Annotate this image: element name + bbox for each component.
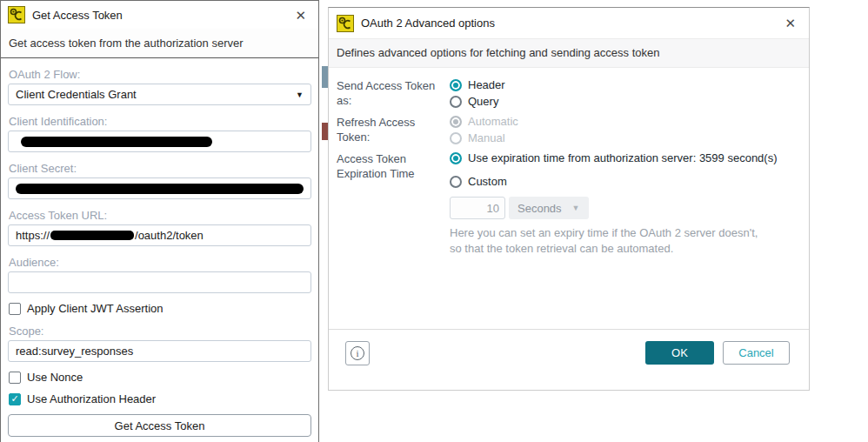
scope-label: Scope:	[9, 325, 310, 338]
left-dialog-titlebar: Get Access Token ✕	[1, 1, 318, 29]
oauth2-advanced-options-dialog: OAuth 2 Advanced options ✕ Defines advan…	[328, 7, 810, 391]
send-token-query-label: Query	[468, 94, 498, 109]
refresh-manual-label: Manual	[468, 131, 505, 145]
expiration-time-label: Access Token Expiration Time	[337, 151, 450, 257]
right-dialog-title: OAuth 2 Advanced options	[361, 17, 495, 30]
chevron-down-icon: ▼	[572, 204, 580, 212]
radio-selected-icon	[450, 79, 462, 91]
custom-unit-value: Seconds	[517, 202, 562, 215]
send-token-header-label: Header	[468, 77, 505, 92]
chevron-down-icon: ▼	[296, 90, 304, 99]
custom-expiration-controls: Seconds ▼	[450, 197, 778, 219]
token-url-suffix: /oauth2/token	[135, 229, 204, 242]
right-dialog-body: Send Access Token as: Header Query Refre…	[329, 68, 809, 257]
redacted-token-url-host	[50, 231, 134, 240]
screen: Get Access Token ✕ Get access token from…	[0, 0, 868, 442]
token-url-prefix: https://	[16, 229, 50, 242]
left-dialog-title: Get Access Token	[32, 9, 123, 22]
checkbox-checked-icon: ✓	[9, 393, 21, 405]
left-dialog-subtitle: Get access token from the authorization …	[1, 29, 318, 58]
refresh-automatic-radio: Automatic	[450, 114, 518, 129]
server-expiration-label: Use expiration time from authorization s…	[468, 151, 778, 165]
client-secret-input[interactable]	[8, 177, 311, 199]
oauth2-flow-select[interactable]: Client Credentials Grant ▼	[8, 84, 311, 105]
get-access-token-button[interactable]: Get Access Token	[8, 414, 311, 437]
custom-seconds-input[interactable]	[450, 197, 505, 219]
apply-jwt-checkbox-label: Apply Client JWT Assertion	[27, 302, 164, 315]
client-id-label: Client Identification:	[9, 115, 310, 128]
server-expiration-radio[interactable]: Use expiration time from authorization s…	[450, 151, 778, 165]
use-nonce-checkbox[interactable]: Use Nonce	[9, 371, 310, 384]
info-icon: i	[351, 346, 364, 360]
redacted-client-secret	[16, 184, 304, 194]
send-token-row: Send Access Token as: Header Query	[337, 77, 801, 109]
refresh-automatic-label: Automatic	[468, 114, 518, 129]
close-icon[interactable]: ✕	[290, 7, 311, 23]
close-icon[interactable]: ✕	[779, 15, 801, 31]
info-button[interactable]: i	[345, 341, 370, 365]
left-dialog-body: OAuth 2 Flow: Client Credentials Grant ▼…	[1, 68, 318, 442]
audience-label: Audience:	[9, 256, 310, 269]
ok-button[interactable]: OK	[645, 341, 714, 365]
cancel-button[interactable]: Cancel	[723, 341, 790, 365]
background-window-fragment	[322, 123, 328, 140]
send-token-header-radio[interactable]: Header	[450, 77, 505, 92]
redacted-client-id	[21, 137, 212, 147]
right-dialog-titlebar: OAuth 2 Advanced options ✕	[329, 8, 809, 38]
readyapi-logo-icon	[8, 6, 25, 23]
expiration-time-row: Access Token Expiration Time Use expirat…	[337, 151, 801, 257]
radio-disabled-selected-icon	[450, 116, 462, 128]
info-glyph: i	[356, 348, 358, 358]
radio-unselected-icon	[450, 176, 462, 188]
help-line-1: Here you can set an expiry time if the O…	[450, 225, 778, 241]
use-nonce-checkbox-label: Use Nonce	[27, 371, 83, 384]
radio-unselected-icon	[450, 96, 462, 108]
help-line-2: so that the token retrieval can be autom…	[450, 241, 778, 257]
use-auth-header-checkbox-label: Use Authorization Header	[27, 392, 156, 405]
custom-unit-select[interactable]: Seconds ▼	[509, 197, 589, 219]
custom-expiration-radio[interactable]: Custom	[450, 174, 778, 189]
scope-input[interactable]	[8, 340, 311, 362]
refresh-manual-radio: Manual	[450, 131, 518, 145]
send-token-label: Send Access Token as:	[337, 77, 450, 109]
get-access-token-dialog: Get Access Token ✕ Get access token from…	[0, 0, 319, 442]
expiration-help-text: Here you can set an expiry time if the O…	[450, 225, 778, 257]
oauth2-flow-value: Client Credentials Grant	[16, 88, 137, 101]
use-auth-header-checkbox[interactable]: ✓ Use Authorization Header	[9, 392, 310, 405]
send-token-query-radio[interactable]: Query	[450, 94, 505, 109]
readyapi-logo-icon	[337, 15, 354, 32]
right-dialog-subtitle: Defines advanced options for fetching an…	[329, 38, 809, 68]
custom-expiration-label: Custom	[468, 174, 507, 189]
client-id-input[interactable]	[8, 131, 311, 152]
access-token-url-label: Access Token URL:	[9, 209, 310, 222]
checkbox-unchecked-icon	[9, 303, 21, 315]
refresh-token-row: Refresh Access Token: Automatic Manual	[337, 114, 801, 145]
checkmark-icon: ✓	[10, 394, 18, 404]
refresh-token-label: Refresh Access Token:	[337, 114, 450, 145]
radio-disabled-unselected-icon	[450, 132, 462, 144]
radio-selected-icon	[450, 152, 462, 164]
right-dialog-footer: i OK Cancel	[329, 329, 809, 390]
background-window-fragment	[322, 66, 328, 88]
access-token-url-input[interactable]: https:// /oauth2/token	[8, 224, 311, 246]
checkbox-unchecked-icon	[9, 372, 21, 384]
audience-input[interactable]	[8, 271, 311, 293]
apply-jwt-checkbox[interactable]: Apply Client JWT Assertion	[9, 302, 310, 315]
client-secret-label: Client Secret:	[9, 162, 310, 175]
oauth2-flow-label: OAuth 2 Flow:	[9, 68, 310, 81]
